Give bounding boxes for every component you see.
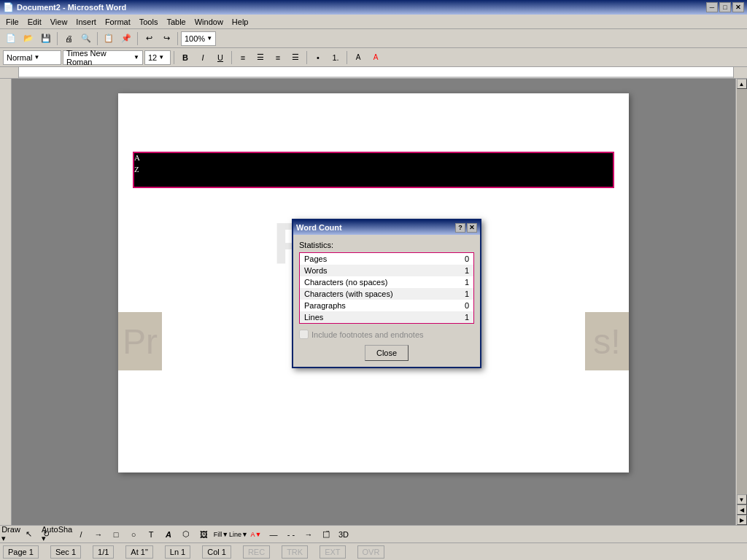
dialog-close-button[interactable]: ✕ [467, 223, 477, 233]
dialog-overlay: Word Count ? ✕ Statistics: Pages 0 Words… [0, 0, 747, 560]
statistics-label: Statistics: [299, 241, 474, 249]
table-row: Paragraphs 0 [300, 300, 473, 311]
dialog-title-bar[interactable]: Word Count ? ✕ [293, 220, 480, 235]
stat-lines-value: 1 [453, 311, 473, 323]
footnotes-checkbox[interactable] [299, 330, 309, 339]
dialog-title-buttons: ? ✕ [455, 223, 477, 233]
close-button-row: Close [299, 345, 474, 361]
table-row: Lines 1 [300, 311, 473, 323]
dialog-help-button[interactable]: ? [455, 223, 465, 233]
stat-chars-space-value: 1 [453, 288, 473, 300]
table-row: Pages 0 [300, 253, 473, 265]
stat-words-value: 1 [453, 265, 473, 276]
table-row: Characters (with spaces) 1 [300, 288, 473, 300]
stat-pages-label: Pages [300, 253, 453, 265]
stats-table: Pages 0 Words 1 Characters (no spaces) 1… [299, 252, 474, 324]
word-count-dialog: Word Count ? ✕ Statistics: Pages 0 Words… [292, 219, 481, 368]
footnotes-checkbox-row[interactable]: Include footnotes and endnotes [299, 330, 474, 339]
stat-words-label: Words [300, 265, 453, 276]
table-row: Characters (no spaces) 1 [300, 276, 473, 288]
stat-chars-nospace-label: Characters (no spaces) [300, 276, 453, 288]
stat-pages-value: 0 [453, 253, 473, 265]
footnotes-label: Include footnotes and endnotes [311, 330, 424, 339]
stat-chars-nospace-value: 1 [453, 276, 473, 288]
stat-chars-space-label: Characters (with spaces) [300, 288, 453, 300]
stats-data-table: Pages 0 Words 1 Characters (no spaces) 1… [300, 253, 473, 323]
dialog-body: Statistics: Pages 0 Words 1 Characters (… [293, 235, 480, 367]
dialog-title: Word Count [296, 223, 342, 232]
stat-paragraphs-label: Paragraphs [300, 300, 453, 311]
dialog-close-btn[interactable]: Close [365, 345, 409, 361]
stat-lines-label: Lines [300, 311, 453, 323]
stat-paragraphs-value: 0 [453, 300, 473, 311]
table-row: Words 1 [300, 265, 473, 276]
